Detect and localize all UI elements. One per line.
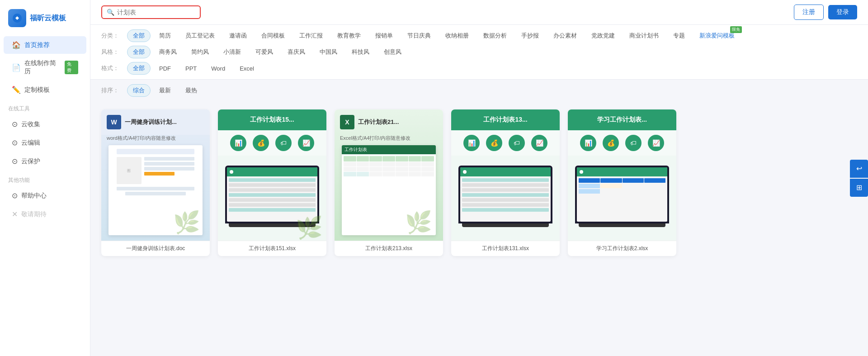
filter-style-creative[interactable]: 创意风: [378, 46, 407, 58]
plant-deco-3: 🌿: [405, 210, 432, 235]
float-btn-1[interactable]: ↩: [850, 160, 868, 178]
excel-header-3: 工作计划表: [342, 145, 436, 154]
icon-circle-5-1: 📊: [580, 135, 596, 151]
search-box[interactable]: 🔍: [101, 5, 201, 19]
template-card-3[interactable]: X 工作计划表21... Excel格式/A4打印/内容随意修改 工作计划表: [335, 109, 443, 256]
filter-cat-sina[interactable]: 新浪爱问模板 限免: [693, 29, 741, 42]
right-float-buttons: ↩ ⊞: [850, 160, 868, 197]
card-title-3: 工作计划表21...: [358, 118, 399, 126]
filter-cat-hand[interactable]: 手抄报: [515, 29, 545, 42]
screen-content-5: [577, 176, 667, 222]
filter-style-cute[interactable]: 可爱风: [250, 46, 279, 58]
sidebar-item-label: 定制模板: [24, 86, 50, 94]
template-grid: W 一周健身训练计划... word格式/A4打印/内容随意修改 图: [90, 101, 868, 264]
laptop-screen-4: [460, 167, 551, 222]
filter-style-fresh[interactable]: 小清新: [217, 46, 247, 58]
sidebar-item-custom[interactable]: ✏️ 定制模板: [4, 81, 86, 99]
filter-cat-business[interactable]: 商业计划书: [623, 29, 665, 42]
sort-comprehensive[interactable]: 综合: [127, 84, 151, 97]
sidebar-item-label: 帮助中心: [21, 192, 47, 200]
filter-cat-storage[interactable]: 收纳相册: [439, 29, 475, 42]
card-top-3: X 工作计划表21...: [335, 109, 443, 135]
excel-content-3: [342, 154, 436, 178]
help-icon: ⊙: [12, 191, 18, 200]
card-filename-4: 工作计划表131.xlsx: [451, 241, 560, 256]
filter-style-all[interactable]: 全部: [127, 46, 151, 58]
filter-cat-resume[interactable]: 简历: [153, 29, 177, 42]
card-preview-4: 工作计划表13... 📊 💰 🏷 📈: [451, 109, 560, 241]
sidebar-item-label: 敬请期待: [21, 210, 47, 218]
filter-fmt-word[interactable]: Word: [205, 63, 231, 74]
filter-cat-invitation[interactable]: 邀请函: [223, 29, 253, 42]
sidebar-item-coming: ✕ 敬请期待: [4, 205, 86, 223]
filter-style-simple[interactable]: 简约风: [185, 46, 215, 58]
sort-latest[interactable]: 最新: [153, 84, 177, 97]
sort-hottest[interactable]: 最热: [179, 84, 203, 97]
filter-style-tech[interactable]: 科技风: [346, 46, 375, 58]
card-icons-4: 📊 💰 🏷 📈: [451, 130, 560, 156]
sidebar-item-home[interactable]: 🏠 首页推荐: [4, 36, 86, 54]
topbar: 🔍 注册 登录: [90, 0, 868, 25]
sidebar: 福昕云模板 🏠 首页推荐 📄 在线制作简历 免费 ✏️ 定制模板 在线工具 ⊙ …: [0, 0, 90, 356]
other-label: 其他功能: [0, 171, 90, 186]
card-green-header-5: 学习工作计划表...: [568, 109, 676, 130]
screen-header-4: [460, 167, 551, 176]
filter-fmt-all[interactable]: 全部: [127, 62, 151, 75]
card-filename-2: 工作计划表151.xlsx: [218, 241, 326, 256]
sidebar-item-cloud-protect[interactable]: ⊙ 云保护: [4, 152, 86, 170]
filter-cat-data[interactable]: 数据分析: [477, 29, 513, 42]
cloud-protect-icon: ⊙: [12, 157, 18, 166]
icon-circle-4: 📈: [298, 135, 314, 151]
screen-content-4: [460, 176, 551, 222]
filter-cat-special[interactable]: 专题: [667, 29, 691, 42]
sidebar-item-cloud-collect[interactable]: ⊙ 云收集: [4, 115, 86, 133]
logo-icon: [8, 9, 26, 27]
card-doc-preview-1: 图 🌿: [108, 145, 203, 235]
style-label: 风格：: [101, 48, 119, 56]
excel-icon-3: X: [340, 115, 354, 129]
filter-style-festive[interactable]: 喜庆风: [282, 46, 311, 58]
filter-cat-holiday[interactable]: 节日庆典: [401, 29, 437, 42]
cloud-collect-icon: ⊙: [12, 120, 18, 128]
sort-row: 排序： 综合 最新 最热: [90, 80, 868, 101]
search-input[interactable]: [117, 9, 195, 16]
sidebar-item-cloud-edit[interactable]: ⊙ 云编辑: [4, 134, 86, 152]
filter-cat-office[interactable]: 办公素材: [547, 29, 583, 42]
online-tools-label: 在线工具: [0, 100, 90, 114]
filter-style-chinese[interactable]: 中国风: [314, 46, 343, 58]
filter-cat-education[interactable]: 教育教学: [331, 29, 367, 42]
template-card-2[interactable]: 工作计划表15... 📊 💰 🏷 📈: [218, 109, 326, 256]
filter-style-business[interactable]: 商务风: [153, 46, 183, 58]
card-preview-5: 学习工作计划表... 📊 💰 🏷 📈: [568, 109, 676, 241]
excel-header-label-3: 工作计划表: [344, 147, 367, 153]
card-title-1: 一周健身训练计划...: [125, 118, 177, 126]
float-btn-2[interactable]: ⊞: [850, 179, 868, 197]
template-card-4[interactable]: 工作计划表13... 📊 💰 🏷 📈: [451, 109, 560, 256]
format-row: 格式： 全部 PDF PPT Word Excel: [101, 62, 857, 75]
sidebar-item-help[interactable]: ⊙ 帮助中心: [4, 187, 86, 204]
template-card-1[interactable]: W 一周健身训练计划... word格式/A4打印/内容随意修改 图: [101, 109, 210, 256]
filter-cat-employee[interactable]: 员工登记表: [179, 29, 221, 42]
template-card-5[interactable]: 学习工作计划表... 📊 💰 🏷 📈: [568, 109, 676, 256]
filter-fmt-ppt[interactable]: PPT: [179, 63, 203, 74]
card-filename-5: 学习工作计划表2.xlsx: [568, 241, 676, 256]
login-button[interactable]: 登录: [828, 5, 857, 19]
sidebar-item-label: 首页推荐: [24, 41, 50, 49]
sidebar-item-resume[interactable]: 📄 在线制作简历 免费: [4, 55, 86, 80]
home-icon: 🏠: [12, 41, 21, 49]
icon-circle-3: 🏷: [275, 135, 292, 151]
card-preview-3: X 工作计划表21... Excel格式/A4打印/内容随意修改 工作计划表: [335, 109, 443, 241]
icon-circle-5-4: 📈: [648, 135, 664, 151]
filter-fmt-pdf[interactable]: PDF: [153, 63, 177, 74]
filter-cat-report[interactable]: 工作汇报: [293, 29, 329, 42]
filter-fmt-excel[interactable]: Excel: [234, 63, 260, 74]
free-badge: 免费: [65, 61, 78, 74]
filter-cat-party[interactable]: 党政党建: [585, 29, 621, 42]
screen-header-5: [577, 167, 667, 176]
sidebar-item-label: 在线制作简历: [24, 59, 62, 76]
filter-cat-contract[interactable]: 合同模板: [255, 29, 291, 42]
word-icon: W: [107, 115, 121, 129]
register-button[interactable]: 注册: [794, 5, 824, 20]
filter-cat-sales[interactable]: 报销单: [369, 29, 399, 42]
filter-cat-all[interactable]: 全部: [127, 29, 151, 42]
